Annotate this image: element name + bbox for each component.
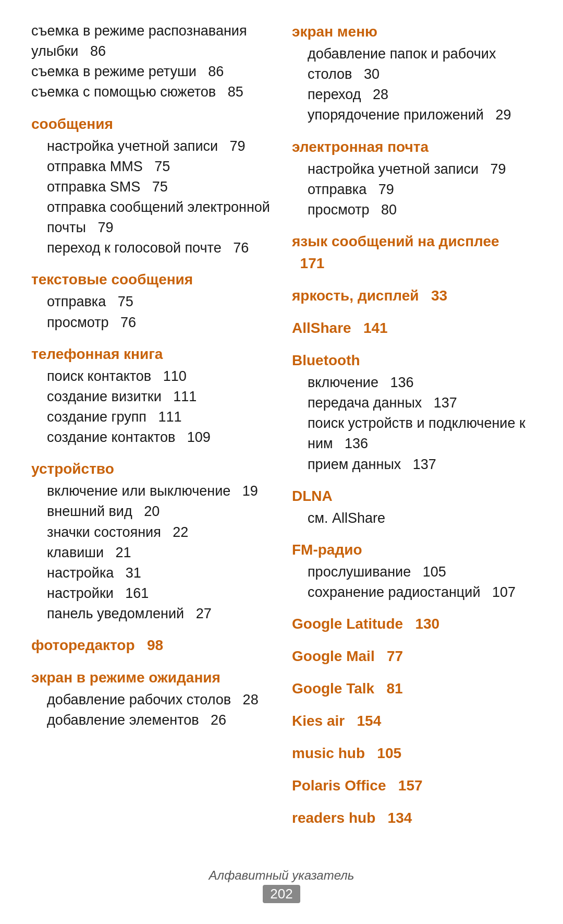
list-item: съемка в режиме ретуши 86 — [31, 62, 271, 82]
list-item: создание контактов 109 — [47, 427, 271, 448]
footer-label: Алфавитный указатель — [0, 868, 563, 883]
sub-items: включение или выключение 19 внешний вид … — [31, 481, 271, 624]
entry-heading: яркость, дисплей 33 — [292, 285, 532, 307]
sub-items: настройка учетной записи 79 отправка MMS… — [31, 136, 271, 259]
entry-bluetooth: Bluetooth включение 136 передача данных … — [292, 350, 532, 475]
entry-heading: устройство — [31, 458, 271, 480]
entry-allshare: AllShare 141 — [292, 317, 532, 339]
sub-items: добавление папок и рабочих столов 30 пер… — [292, 44, 532, 126]
entry-fotoreraktor: фоторедактор 98 — [31, 634, 271, 656]
list-item: съемка в режиме распознавания улыбки 86 — [31, 21, 271, 62]
list-item: отправка сообщений электронной почты 79 — [47, 197, 271, 238]
list-item: настройка 31 — [47, 563, 271, 583]
entry-tekstovye: текстовые сообщения отправка 75 просмотр… — [31, 269, 271, 332]
list-item: см. AllShare — [308, 508, 532, 529]
entry-telefonnaya: телефонная книга поиск контактов 110 соз… — [31, 343, 271, 448]
entry-google-latitude: Google Latitude 130 — [292, 613, 532, 635]
entry-heading: Kies air 154 — [292, 710, 532, 732]
list-item: добавление элементов 26 — [47, 710, 271, 730]
list-item: отправка 79 — [308, 179, 532, 200]
sub-items: включение 136 передача данных 137 поиск … — [292, 373, 532, 475]
sub-items: прослушивание 105 сохранение радиостанци… — [292, 562, 532, 603]
list-item: настройка учетной записи 79 — [47, 136, 271, 157]
footer: Алфавитный указатель 202 — [0, 868, 563, 903]
right-column: экран меню добавление папок и рабочих ст… — [292, 21, 532, 839]
entry-heading: фоторедактор 98 — [31, 634, 271, 656]
entry-heading: Polaris Office 157 — [292, 775, 532, 797]
entry-heading: текстовые сообщения — [31, 269, 271, 291]
list-item: создание групп 111 — [47, 407, 271, 427]
entry-music-hub: music hub 105 — [292, 742, 532, 764]
list-item: упорядочение приложений 29 — [308, 105, 532, 125]
sub-items: поиск контактов 110 создание визитки 111… — [31, 366, 271, 448]
list-item: переход к голосовой почте 76 — [47, 238, 271, 258]
entry-heading: сообщения — [31, 113, 271, 135]
list-item: отправка 75 — [47, 292, 271, 312]
entry-heading: Bluetooth — [292, 350, 532, 371]
sub-items: настройка учетной записи 79 отправка 79 … — [292, 159, 532, 220]
list-item: отправка MMS 75 — [47, 157, 271, 177]
list-item: передача данных 137 — [308, 393, 532, 413]
list-item: поиск устройств и подключение к ним 136 — [308, 413, 532, 454]
entry-heading: телефонная книга — [31, 343, 271, 365]
list-item: отправка SMS 75 — [47, 177, 271, 197]
top-items-left: съемка в режиме распознавания улыбки 86 … — [31, 21, 271, 103]
list-item: включение 136 — [308, 373, 532, 393]
entry-heading: экран в режиме ожидания — [31, 667, 271, 689]
main-columns: съемка в режиме распознавания улыбки 86 … — [31, 21, 532, 839]
entry-dlna: DLNA см. AllShare — [292, 485, 532, 529]
entry-elektronnaya-pochta: электронная почта настройка учетной запи… — [292, 136, 532, 220]
sub-items: добавление рабочих столов 28 добавление … — [31, 690, 271, 730]
entry-readers-hub: readers hub 134 — [292, 807, 532, 829]
entry-heading: Google Talk 81 — [292, 678, 532, 700]
entry-google-talk: Google Talk 81 — [292, 678, 532, 700]
entry-heading: readers hub 134 — [292, 807, 532, 829]
entry-polaris-office: Polaris Office 157 — [292, 775, 532, 797]
list-item: настройки 161 — [47, 583, 271, 604]
entry-ustroistvo: устройство включение или выключение 19 в… — [31, 458, 271, 624]
sub-items: см. AllShare — [292, 508, 532, 529]
list-item: внешний вид 20 — [47, 501, 271, 522]
entry-yazyk: язык сообщений на дисплее 171 — [292, 231, 532, 274]
entry-google-mail: Google Mail 77 — [292, 645, 532, 667]
entry-heading: Google Mail 77 — [292, 645, 532, 667]
entry-yarkost: яркость, дисплей 33 — [292, 285, 532, 307]
entry-kies-air: Kies air 154 — [292, 710, 532, 732]
list-item: значки состояния 22 — [47, 522, 271, 543]
entry-fm-radio: FM-радио прослушивание 105 сохранение ра… — [292, 539, 532, 603]
list-item: сохранение радиостанций 107 — [308, 582, 532, 603]
list-item: съемка с помощью сюжетов 85 — [31, 82, 271, 102]
list-item: добавление рабочих столов 28 — [47, 690, 271, 710]
left-column: съемка в режиме распознавания улыбки 86 … — [31, 21, 271, 839]
list-item: клавиши 21 — [47, 543, 271, 563]
entry-soobshcheniya: сообщения настройка учетной записи 79 от… — [31, 113, 271, 259]
list-item: панель уведомлений 27 — [47, 604, 271, 624]
list-item: прослушивание 105 — [308, 562, 532, 582]
entry-heading: FM-радио — [292, 539, 532, 561]
sub-items: отправка 75 просмотр 76 — [31, 292, 271, 332]
list-item: создание визитки 111 — [47, 387, 271, 407]
entry-heading: AllShare 141 — [292, 317, 532, 339]
list-item: добавление папок и рабочих столов 30 — [308, 44, 532, 85]
list-item: просмотр 80 — [308, 200, 532, 220]
entry-heading: DLNA — [292, 485, 532, 507]
entry-heading: экран меню — [292, 21, 532, 43]
footer-page: 202 — [263, 885, 300, 903]
list-item: просмотр 76 — [47, 313, 271, 333]
list-item: прием данных 137 — [308, 454, 532, 475]
entry-ekran-ozhidaniya: экран в режиме ожидания добавление рабоч… — [31, 667, 271, 730]
list-item: настройка учетной записи 79 — [308, 159, 532, 179]
entry-ekran-menu: экран меню добавление папок и рабочих ст… — [292, 21, 532, 126]
entry-heading: music hub 105 — [292, 742, 532, 764]
list-item: включение или выключение 19 — [47, 481, 271, 501]
list-item: переход 28 — [308, 85, 532, 105]
entry-heading: электронная почта — [292, 136, 532, 158]
entry-heading: Google Latitude 130 — [292, 613, 532, 635]
entry-heading: язык сообщений на дисплее 171 — [292, 231, 532, 274]
list-item: поиск контактов 110 — [47, 366, 271, 387]
